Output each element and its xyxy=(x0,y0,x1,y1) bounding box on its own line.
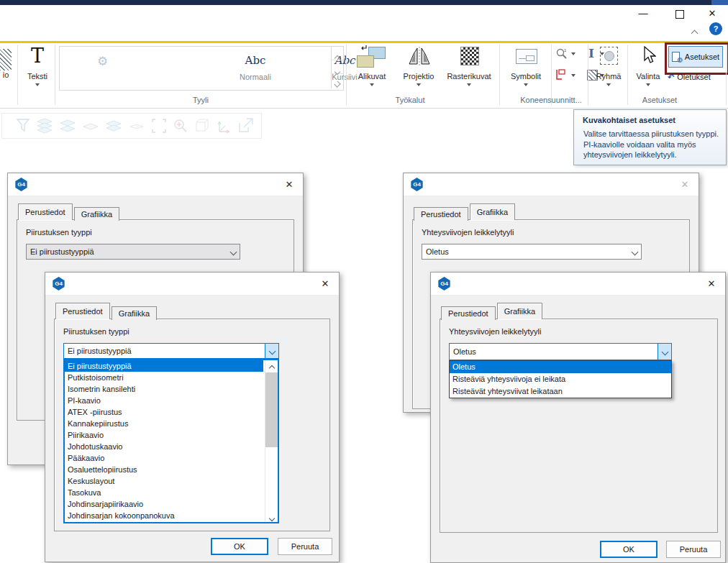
symbols-icon xyxy=(516,49,537,64)
window-title-strip xyxy=(0,0,728,5)
list-item[interactable]: Isometrin kansilehti xyxy=(65,383,263,395)
tab-perustiedot[interactable]: Perustiedot xyxy=(55,303,110,319)
chevron-down-icon[interactable] xyxy=(265,344,278,358)
scroll-up-icon[interactable] xyxy=(265,360,278,372)
help-button[interactable]: ? xyxy=(709,22,722,35)
g4-logo: G4 xyxy=(14,178,28,191)
filter-icon[interactable] xyxy=(15,117,31,134)
list-item[interactable]: ATEX -piirustus xyxy=(65,406,263,418)
close-dialog-button[interactable]: ✕ xyxy=(281,177,298,193)
close-window-button[interactable]: ✕ xyxy=(701,6,724,22)
gallery-scrollbar[interactable] xyxy=(331,47,343,88)
dialog-titlebar[interactable]: G4 ✕ xyxy=(431,273,725,296)
teksti-button[interactable]: T Teksti xyxy=(22,45,53,102)
asetukset-button[interactable]: ⚙ Asetukset xyxy=(668,46,723,68)
zoom-in-icon[interactable] xyxy=(172,117,189,134)
view-toolbar xyxy=(1,113,262,139)
clip-style-combobox[interactable]: Oletus xyxy=(422,244,642,260)
cube-3d-icon[interactable] xyxy=(194,117,211,134)
close-dialog-button[interactable]: ✕ xyxy=(703,276,720,292)
cancel-button[interactable]: Peruuta xyxy=(666,541,721,558)
tab-grafiikka[interactable]: Grafiikka xyxy=(470,203,515,220)
valinta-button[interactable]: Valinta xyxy=(630,45,666,102)
list-item[interactable]: Osaluettelopiirustus xyxy=(65,464,263,475)
rasterikuvat-button[interactable]: Rasterikuvat xyxy=(443,45,495,102)
tab-grafiikka[interactable]: Grafiikka xyxy=(497,303,542,319)
ok-button[interactable]: OK xyxy=(211,538,268,555)
list-item[interactable]: Ei piirustustyyppiä xyxy=(65,360,263,372)
list-item[interactable]: PI-kaavio xyxy=(65,395,263,406)
minimize-button[interactable]: — xyxy=(632,6,655,22)
alikuvat-button[interactable]: Alikuvat xyxy=(350,45,394,102)
tab-perustiedot[interactable]: Perustiedot xyxy=(441,306,496,320)
projektio-button[interactable]: Projektio xyxy=(396,45,442,102)
list-item[interactable]: Keskuslayout xyxy=(65,475,263,487)
tab-perustiedot[interactable]: Perustiedot xyxy=(414,207,468,221)
group-label-tyyli: Tyyli xyxy=(59,96,342,104)
dialog-titlebar[interactable]: G4 ✕ xyxy=(404,173,699,196)
chevron-down-icon xyxy=(467,83,471,86)
export-view-icon[interactable] xyxy=(237,117,255,134)
list-item[interactable]: Kannakepiirustus xyxy=(65,418,263,429)
layers-icon[interactable] xyxy=(35,117,54,134)
style-gallery[interactable]: ⚙ Abc Normaali Abc Kursiivi xyxy=(59,46,344,91)
clip-style-dropdown-list[interactable]: Oletus Risteäviä yhteysviivoja ei leikat… xyxy=(449,360,672,398)
collapse-ribbon-icon[interactable] xyxy=(692,26,697,39)
chevron-down-icon xyxy=(35,83,40,86)
tab-grafiikka[interactable]: Grafiikka xyxy=(74,207,119,221)
layer-pair-icon[interactable] xyxy=(104,117,123,134)
axes-icon[interactable] xyxy=(215,117,232,134)
dialog-titlebar[interactable]: G4 ✕ xyxy=(45,273,339,296)
close-dialog-button[interactable]: ✕ xyxy=(317,276,334,292)
drawing-type-dropdown-list[interactable]: Ei piirustustyyppiä Putkistoisometri Iso… xyxy=(63,359,279,523)
projection-icon xyxy=(409,46,430,66)
list-item[interactable]: Risteäviä yhteysviivoja ei leikata xyxy=(450,373,671,385)
clip-style-combobox-open[interactable]: Oletus xyxy=(449,343,672,360)
list-item[interactable]: Oletus xyxy=(450,361,671,373)
tab-grafiikka[interactable]: Grafiikka xyxy=(112,306,157,320)
list-item[interactable]: Johdinsarjan kokoonpanokuva xyxy=(65,510,263,521)
ribbon: io T Teksti ⚙ Abc Normaali Abc Kursiivi … xyxy=(0,43,728,109)
gallery-scroll-up-icon[interactable] xyxy=(332,47,343,60)
ok-button[interactable]: OK xyxy=(600,541,658,558)
symbolit-button[interactable]: Symbolit xyxy=(504,45,548,102)
dialog-titlebar[interactable]: G4 ✕ xyxy=(8,173,303,196)
scroll-down-icon[interactable] xyxy=(265,511,278,522)
list-scrollbar[interactable] xyxy=(265,360,278,522)
list-item[interactable]: Johdotuskaavio xyxy=(65,441,263,452)
chevron-down-icon[interactable] xyxy=(628,244,641,259)
list-item[interactable]: Johdinsarjapiirikaavio xyxy=(65,498,263,510)
list-item[interactable]: Tasokuva xyxy=(65,487,263,498)
list-item[interactable]: Piirikaavio xyxy=(65,429,263,441)
list-item[interactable]: Risteävät yhteysviivat leikataan xyxy=(450,385,671,398)
maximize-button[interactable] xyxy=(668,6,691,22)
oletukset-button[interactable]: ↶ Oletukset xyxy=(668,70,725,83)
svg-text:1: 1 xyxy=(564,48,567,52)
undo-arrow-icon: ↶ xyxy=(668,73,674,82)
scroll-thumb[interactable] xyxy=(265,372,278,447)
close-dialog-button[interactable]: ✕ xyxy=(676,177,693,193)
drawing-type-combobox[interactable]: Ei piirustustyyppiä xyxy=(26,244,240,260)
layer-flat-icon[interactable] xyxy=(127,117,146,134)
layer-single-icon[interactable] xyxy=(81,117,100,134)
ryhma-button[interactable]: Ryhmä xyxy=(590,45,627,102)
chevron-down-icon xyxy=(606,83,611,86)
group-label-tyokalut: Työkalut xyxy=(360,96,460,104)
chevron-down-icon xyxy=(524,83,528,86)
style-gear-icon: ⚙ xyxy=(97,54,108,69)
magnifier-one-icon[interactable]: 1 xyxy=(555,47,568,60)
list-item[interactable]: Putkistoisometri xyxy=(65,372,263,383)
chevron-down-icon[interactable] xyxy=(571,52,575,55)
chevron-down-icon[interactable] xyxy=(571,74,575,77)
list-item[interactable]: Pääkaavio xyxy=(65,452,263,464)
settings-page-gear-icon: ⚙ xyxy=(672,52,682,62)
tab-perustiedot[interactable]: Perustiedot xyxy=(18,203,73,220)
zoom-extents-icon[interactable] xyxy=(150,117,168,134)
dimension-red-icon[interactable] xyxy=(555,69,567,81)
cancel-button[interactable]: Peruuta xyxy=(278,538,332,555)
chevron-down-icon[interactable] xyxy=(658,344,671,360)
drawing-type-combobox-open[interactable]: Ei piirustustyyppiä xyxy=(63,343,279,359)
layers-visible-icon[interactable] xyxy=(58,117,77,134)
hatch-style-icon[interactable] xyxy=(0,49,12,70)
chevron-down-icon[interactable] xyxy=(227,244,240,259)
